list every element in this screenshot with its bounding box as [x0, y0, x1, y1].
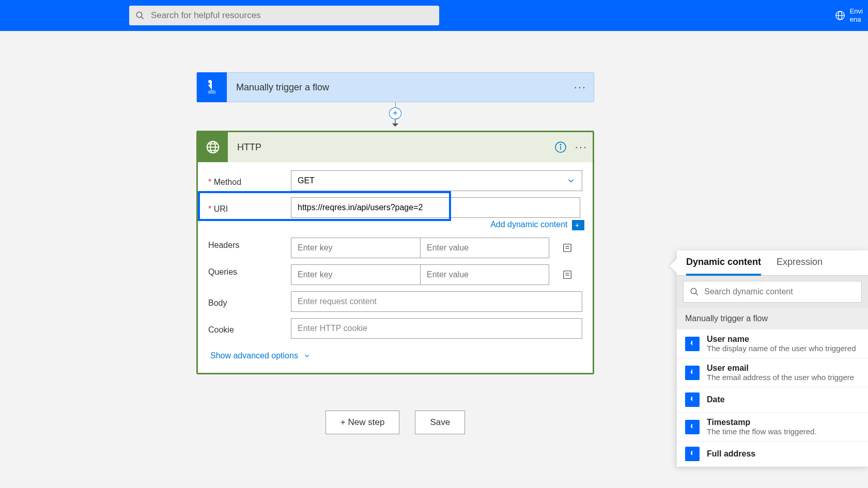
dynamic-item-title: User email [707, 364, 854, 373]
svg-line-1 [141, 17, 144, 19]
cookie-label: Cookie [208, 322, 291, 335]
http-menu-button[interactable]: ··· [570, 140, 593, 154]
panel-pointer [670, 259, 677, 273]
http-icon [198, 132, 228, 162]
search-icon [135, 11, 145, 20]
uri-input[interactable] [291, 197, 580, 218]
globe-icon [834, 10, 846, 21]
method-label: Method [208, 175, 291, 187]
trigger-icon [685, 366, 700, 380]
dynamic-item-desc: The email address of the user who trigge… [707, 373, 854, 382]
uri-label: URI [208, 201, 291, 214]
cookie-input[interactable] [291, 318, 582, 339]
trigger-card[interactable]: Manually trigger a flow ··· [196, 72, 594, 102]
dynamic-item[interactable]: Date [677, 387, 868, 413]
info-button[interactable] [551, 138, 570, 156]
http-title: HTTP [228, 142, 551, 153]
connector: + [196, 102, 594, 131]
headers-label: Headers [208, 238, 291, 250]
env-line1: Envi [850, 7, 863, 15]
dynamic-section-title: Manually trigger a flow [677, 308, 868, 329]
header-key-input[interactable] [291, 238, 420, 258]
flow-canvas: Manually trigger a flow ··· + HTTP ·· [0, 31, 868, 488]
dynamic-search-input[interactable] [704, 287, 855, 296]
method-value: GET [298, 176, 315, 185]
dynamic-item-title: Date [707, 395, 725, 404]
dynamic-item-desc: The time the flow was triggered. [707, 427, 817, 436]
arrow-down-icon [391, 118, 400, 131]
dynamic-search[interactable] [683, 281, 862, 303]
show-advanced-options-link[interactable]: Show advanced options [210, 351, 311, 360]
svg-point-5 [208, 80, 211, 83]
trigger-icon [685, 420, 700, 434]
dynamic-item[interactable]: Timestamp The time the flow was triggere… [677, 413, 868, 442]
trigger-icon [685, 392, 700, 407]
dynamic-item[interactable]: User name The display name of the user w… [677, 329, 868, 358]
dynamic-content-panel: Dynamic content Expression Manually trig… [677, 250, 868, 467]
trigger-menu-button[interactable]: ··· [573, 81, 594, 94]
dynamic-item[interactable]: Full address [677, 442, 868, 467]
dynamic-item-title: Timestamp [707, 418, 817, 427]
environment-picker[interactable]: Envi ena [829, 0, 868, 31]
tab-expression[interactable]: Expression [777, 257, 823, 275]
queries-text-mode-button[interactable] [560, 269, 575, 280]
search-icon [690, 287, 699, 296]
plus-icon: + [572, 220, 582, 230]
svg-point-20 [691, 288, 696, 294]
headers-text-mode-button[interactable] [560, 242, 575, 254]
query-value-input[interactable] [420, 264, 549, 285]
save-button[interactable]: Save [415, 411, 465, 434]
queries-label: Queries [208, 264, 291, 277]
add-step-inline-button[interactable]: + [389, 107, 401, 119]
svg-rect-17 [564, 271, 571, 279]
body-input[interactable] [291, 291, 582, 312]
global-search[interactable] [129, 6, 439, 25]
global-search-input[interactable] [151, 10, 433, 21]
dynamic-item-desc: The display name of the user who trigger… [707, 344, 856, 353]
query-key-input[interactable] [291, 264, 420, 285]
http-action-card: HTTP ··· Method GET [196, 131, 594, 374]
dynamic-item[interactable]: User email The email address of the user… [677, 358, 868, 387]
dynamic-items-list: User name The display name of the user w… [677, 329, 868, 467]
chevron-down-icon [303, 352, 311, 359]
body-label: Body [208, 295, 291, 308]
dynamic-item-title: Full address [707, 449, 755, 459]
dynamic-item-title: User name [707, 335, 856, 344]
header-value-input[interactable] [420, 238, 549, 258]
http-card-header[interactable]: HTTP ··· [198, 132, 593, 162]
trigger-icon [197, 72, 227, 102]
new-step-button[interactable]: + New step [326, 411, 400, 434]
env-line2: ena [850, 15, 863, 24]
trigger-icon [685, 337, 700, 351]
svg-point-0 [136, 12, 142, 18]
svg-line-21 [695, 293, 698, 295]
svg-point-13 [560, 144, 561, 145]
tab-dynamic-content[interactable]: Dynamic content [686, 257, 761, 276]
trigger-icon [685, 447, 700, 461]
method-select[interactable]: GET [291, 170, 582, 191]
trigger-title: Manually trigger a flow [227, 82, 573, 93]
svg-rect-14 [564, 244, 571, 252]
chevron-down-icon [566, 176, 576, 185]
add-dynamic-content-link[interactable]: Add dynamic content + [490, 220, 582, 229]
top-header: Envi ena [0, 0, 868, 31]
